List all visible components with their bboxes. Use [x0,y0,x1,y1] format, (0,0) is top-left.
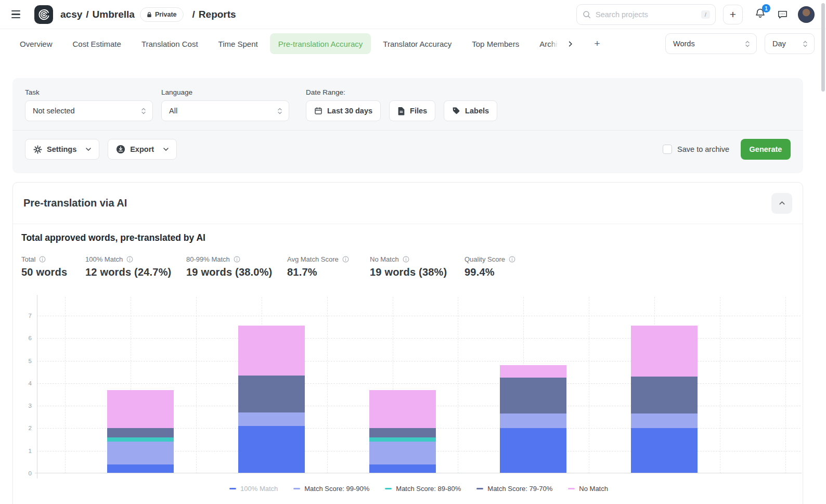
legend-swatch [229,488,236,489]
notifications-button[interactable]: 1 [754,7,766,21]
y-axis-tick-label: 6 [19,335,32,341]
bar-segment-match-score-99-90-bar2[interactable] [238,412,305,426]
page-scrollbar-thumb[interactable] [821,3,825,92]
tab-translator-accuracy[interactable]: Translator Accuracy [383,33,451,54]
legend-item-match-score-79-70[interactable]: Match Score: 79-70% [476,485,552,493]
legend-swatch [293,488,300,489]
bar-segment-no-match-bar4[interactable] [500,365,566,378]
bar-segment-match-score-79-70-bar1[interactable] [107,428,174,437]
caret-down-icon [163,148,169,151]
granularity-select[interactable]: Day [765,33,815,54]
tabs-scroll-right-button[interactable] [563,37,577,50]
bar-segment-100-match-bar3[interactable] [369,464,436,473]
bar-segment-match-score-79-70-bar4[interactable] [500,378,566,413]
chart-section-title: Total approved words, pre-translated by … [21,232,205,243]
search-shortcut-hint: / [701,10,710,19]
bar-segment-match-score-79-70-bar2[interactable] [238,376,305,412]
date-range-button[interactable]: Last 30 days [306,100,381,121]
info-icon [39,256,46,263]
info-icon [509,256,515,263]
add-report-tab-button[interactable]: + [590,37,604,50]
tab-archive[interactable]: Archive [539,33,558,54]
bar-segment-no-match-bar1[interactable] [107,390,174,429]
bar-segment-no-match-bar5[interactable] [631,326,698,376]
y-axis-tick-label: 0 [19,470,32,476]
search-box[interactable]: / [576,4,716,25]
legend-swatch [385,488,392,489]
files-filter-button[interactable]: Files [389,100,435,121]
date-range-field: Date Range: Last 30 days [306,88,381,121]
generate-button[interactable]: Generate [741,139,791,160]
bar-segment-match-score-89-80-bar3[interactable] [369,437,436,442]
stat-label: 80-99% Match [186,255,230,263]
tab-translation-cost[interactable]: Translation Cost [141,33,198,54]
bar-segment-match-score-99-90-bar1[interactable] [107,442,174,464]
stat-label: No Match [370,255,399,263]
create-project-button[interactable]: + [723,5,743,24]
chevron-right-icon [566,40,574,48]
info-icon [234,256,240,263]
breadcrumb-separator-2: / [192,9,195,20]
gridline-vertical [785,297,786,473]
user-avatar[interactable] [798,6,815,23]
bar-segment-match-score-99-90-bar4[interactable] [500,413,566,428]
calendar-icon [314,107,322,115]
language-select-value: All [169,107,177,115]
legend-item-no-match[interactable]: No Match [568,485,608,493]
notification-count-badge: 1 [762,4,770,12]
bar-segment-no-match-bar2[interactable] [238,326,305,375]
chart-legend: 100% MatchMatch Score: 99-90%Match Score… [37,485,801,493]
y-axis-tick-label: 5 [19,358,32,364]
tab-cost-estimate[interactable]: Cost Estimate [73,33,121,54]
lock-icon [147,11,152,18]
legend-item-100-match[interactable]: 100% Match [229,485,278,493]
settings-button[interactable]: Settings [25,139,99,160]
gridline-vertical [327,297,328,473]
legend-label: 100% Match [240,485,278,493]
bar-segment-match-score-79-70-bar3[interactable] [369,428,436,437]
privacy-badge: Private [140,7,184,22]
hamburger-menu-icon[interactable] [11,8,25,21]
bar-segment-match-score-99-90-bar5[interactable] [631,413,698,428]
bar-segment-100-match-bar4[interactable] [500,428,566,473]
bar-segment-match-score-79-70-bar5[interactable] [631,377,698,413]
bar-segment-match-score-99-90-bar3[interactable] [369,442,436,464]
tab-label: Translator Accuracy [383,40,451,48]
legend-item-match-score-99-90[interactable]: Match Score: 99-90% [293,485,369,493]
export-button[interactable]: Export [108,139,177,160]
stat-quality-score: Quality Score99.4% [464,255,548,278]
bar-segment-100-match-bar1[interactable] [107,464,174,473]
collapse-section-button[interactable] [771,193,792,214]
info-icon [342,256,349,263]
tab-top-members[interactable]: Top Members [472,33,519,54]
language-select[interactable]: All [161,100,289,121]
gridline-vertical [196,297,197,473]
save-to-archive-label: Save to archive [677,145,729,153]
messages-button[interactable] [777,8,789,20]
tab-overview[interactable]: Overview [20,33,53,54]
legend-swatch [568,488,575,489]
report-filter-panel: Task Not selected Language All Date Rang… [12,78,803,173]
stat-value: 99.4% [464,266,548,278]
units-select[interactable]: Words [665,33,757,54]
legend-item-match-score-89-80[interactable]: Match Score: 89-80% [385,485,461,493]
labels-filter-button[interactable]: Labels [444,100,497,121]
breadcrumb-project[interactable]: Umbrella [93,9,135,20]
tab-time-spent[interactable]: Time Spent [218,33,258,54]
bar-segment-100-match-bar5[interactable] [631,428,698,473]
stat-value: 19 words (38%) [370,266,464,278]
updown-caret-icon [277,107,282,115]
search-input[interactable] [596,10,701,19]
bar-segment-100-match-bar2[interactable] [238,426,305,473]
bar-segment-match-score-89-80-bar1[interactable] [107,437,174,442]
bar-segment-no-match-bar3[interactable] [369,390,436,429]
tab-pre-translation-accuracy[interactable]: Pre-translation Accuracy [270,33,371,54]
info-icon [126,256,133,263]
app-logo[interactable] [34,5,53,24]
task-select-value: Not selected [33,107,75,115]
granularity-select-value: Day [772,40,786,48]
save-to-archive-checkbox[interactable] [663,145,672,154]
breadcrumb-org[interactable]: acsy [60,9,82,20]
chevron-up-icon [778,199,786,207]
task-select[interactable]: Not selected [25,100,153,121]
